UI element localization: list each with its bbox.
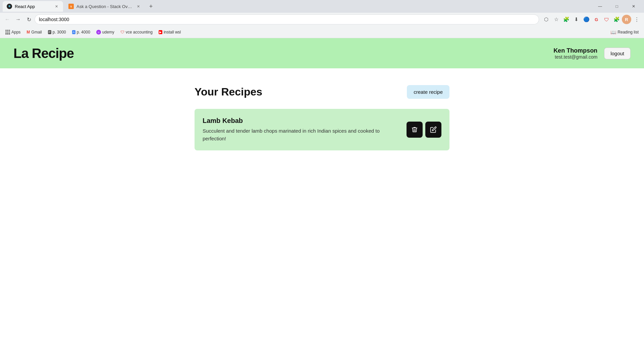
- create-recipe-button[interactable]: create recipe: [407, 85, 449, 99]
- recipe-info: Lamb Kebab Succulent and tender lamb cho…: [203, 117, 407, 142]
- bookmark-udemy[interactable]: u udemy: [94, 28, 117, 36]
- address-bar[interactable]: [35, 15, 539, 24]
- reading-list-label: Reading list: [618, 30, 639, 35]
- bookmark-vce-label: vce accounting: [126, 30, 153, 35]
- recipes-header: Your Recipes create recipe: [195, 85, 449, 99]
- app-header: La Recipe Ken Thompson test.test@gmail.c…: [0, 38, 644, 68]
- toolbar-icons: ⬡ ☆ 🧩 ⬇ 🔵 G 🛡 🧩 R ⋮: [541, 15, 641, 24]
- apps-favicon: [5, 30, 10, 35]
- header-right: Ken Thompson test.test@gmail.com logout: [553, 47, 631, 60]
- so-favicon: S: [68, 4, 74, 9]
- toolbar: ← → ↻ ⬡ ☆ 🧩 ⬇ 🔵 G 🛡 🧩 R ⋮: [0, 13, 644, 26]
- bookmark-wsl[interactable]: ▶ install wsl: [156, 28, 183, 36]
- bookmark-apps[interactable]: Apps: [3, 28, 23, 36]
- tab-react-close[interactable]: ✕: [54, 4, 59, 9]
- tab-so-close[interactable]: ✕: [136, 4, 141, 9]
- bookmark-apps-label: Apps: [11, 30, 20, 35]
- user-name: Ken Thompson: [553, 47, 597, 54]
- bookmark-vce[interactable]: 🛡 vce accounting: [118, 28, 155, 36]
- cast-icon[interactable]: ⬡: [541, 15, 551, 24]
- bookmark-p3000-label: p. 3000: [53, 30, 66, 35]
- udemy-favicon: u: [96, 30, 101, 35]
- delete-recipe-button[interactable]: [407, 122, 423, 138]
- recipe-card: Lamb Kebab Succulent and tender lamb cho…: [195, 109, 449, 150]
- downloads-icon[interactable]: ⬇: [572, 15, 581, 24]
- react-favicon: ⚛: [7, 4, 12, 9]
- extensions-puzzle-icon[interactable]: 🧩: [561, 15, 571, 24]
- gmail-favicon: M: [26, 30, 30, 35]
- bookmark-p3000[interactable]: P p. 3000: [45, 28, 69, 36]
- bookmark-star-icon[interactable]: ☆: [551, 15, 561, 24]
- bookmark-wsl-label: install wsl: [164, 30, 181, 35]
- bookmark-gmail-label: Gmail: [31, 30, 42, 35]
- recipe-name: Lamb Kebab: [203, 117, 407, 125]
- title-bar: ⚛ React App ✕ S Ask a Question - Stack O…: [0, 0, 644, 13]
- app-content: La Recipe Ken Thompson test.test@gmail.c…: [0, 38, 644, 341]
- new-tab-button[interactable]: +: [146, 2, 156, 11]
- forward-button[interactable]: →: [13, 15, 23, 24]
- browser-chrome: ⚛ React App ✕ S Ask a Question - Stack O…: [0, 0, 644, 341]
- bookmark-udemy-label: udemy: [102, 30, 114, 35]
- p3000-favicon: P: [48, 30, 51, 34]
- extensions-icon[interactable]: 🧩: [612, 15, 621, 24]
- user-info: Ken Thompson test.test@gmail.com: [553, 47, 597, 60]
- minimize-button[interactable]: —: [592, 1, 608, 12]
- main-content: Your Recipes create recipe Lamb Kebab Su…: [0, 68, 644, 167]
- bookmark-p4000-label: p. 4000: [77, 30, 90, 35]
- recipes-container: Your Recipes create recipe Lamb Kebab Su…: [195, 85, 449, 150]
- window-controls: — □ ✕: [592, 1, 641, 12]
- bookmark-p4000[interactable]: A p. 4000: [69, 28, 93, 36]
- reload-button[interactable]: ↻: [24, 15, 34, 24]
- reading-list-button[interactable]: 📖 Reading list: [608, 28, 641, 36]
- close-button[interactable]: ✕: [626, 1, 641, 12]
- p4000-favicon: A: [72, 30, 75, 34]
- wsl-favicon: ▶: [159, 30, 162, 34]
- grammarly-icon[interactable]: G: [592, 15, 601, 24]
- back-button[interactable]: ←: [3, 15, 12, 24]
- tab-so-title: Ask a Question - Stack Overflow: [76, 4, 133, 9]
- edit-recipe-button[interactable]: [425, 122, 441, 138]
- edit-icon: [430, 126, 437, 133]
- tab-react-title: React App: [15, 4, 51, 9]
- recipe-description: Succulent and tender lamb chops marinate…: [203, 127, 397, 142]
- vce-favicon: 🛡: [120, 30, 124, 35]
- profile-avatar[interactable]: R: [622, 15, 631, 24]
- bookmark-gmail[interactable]: M Gmail: [24, 28, 44, 36]
- reading-list-icon: 📖: [610, 29, 616, 35]
- bookmarks-bar: Apps M Gmail P p. 3000 A p. 4000 u udemy…: [0, 26, 644, 38]
- menu-icon[interactable]: ⋮: [632, 15, 641, 24]
- update-icon[interactable]: 🔵: [582, 15, 591, 24]
- recipe-actions: [407, 122, 441, 138]
- tab-stackoverflow[interactable]: S Ask a Question - Stack Overflow ✕: [64, 1, 145, 12]
- app-logo: La Recipe: [13, 46, 74, 61]
- maximize-button[interactable]: □: [609, 1, 625, 12]
- adblock-icon[interactable]: 🛡: [602, 15, 611, 24]
- trash-icon: [411, 126, 418, 133]
- tab-react-app[interactable]: ⚛ React App ✕: [3, 1, 63, 12]
- recipes-title: Your Recipes: [195, 86, 262, 98]
- logout-button[interactable]: logout: [604, 48, 631, 59]
- user-email: test.test@gmail.com: [553, 54, 597, 60]
